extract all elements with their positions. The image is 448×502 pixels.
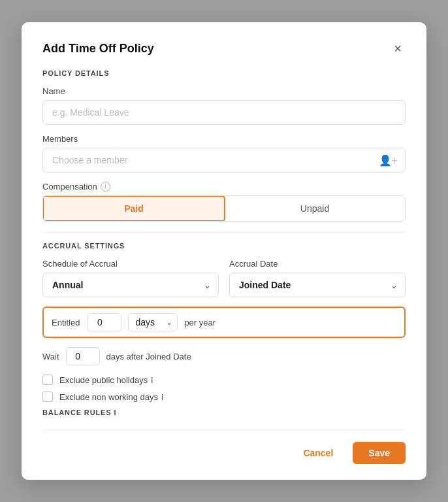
wait-row: Wait days after Joined Date [42,347,406,365]
modal-title: Add Time Off Policy [42,42,154,56]
accrual-date-label: Accrual Date [229,259,406,269]
accrual-date-select-wrap: Joined Date January 1st ⌄ [229,273,406,297]
entitled-number-input[interactable] [88,313,121,331]
balance-rules-info-icon[interactable]: i [114,409,117,416]
accrual-section-label: ACCRUAL SETTINGS [42,242,406,250]
exclude-non-working-label: Exclude non working days i [59,392,163,402]
schedule-col: Schedule of Accrual Annual Monthly Weekl… [42,259,219,297]
days-select[interactable]: days hours [128,313,178,331]
modal-header: Add Time Off Policy × [42,41,406,56]
exclude-non-working-checkbox[interactable] [42,392,53,402]
compensation-info-icon[interactable]: i [101,182,110,192]
unpaid-button[interactable]: Unpaid [225,196,405,221]
exclude-public-holidays-info-icon[interactable]: i [151,375,153,385]
exclude-public-holidays-checkbox[interactable] [42,375,53,385]
add-member-icon: 👤+ [379,154,398,167]
per-year-label: per year [184,318,216,327]
compensation-toggle: Paid Unpaid [42,195,406,222]
compensation-label: Compensation i [42,182,406,192]
name-input[interactable] [42,100,406,125]
name-label: Name [42,86,406,96]
close-button[interactable]: × [390,41,406,56]
modal-footer: Cancel Save [42,429,406,464]
schedule-label: Schedule of Accrual [42,259,219,269]
schedule-select[interactable]: Annual Monthly Weekly [42,273,219,297]
accrual-date-col: Accrual Date Joined Date January 1st ⌄ [229,259,406,297]
accrual-date-select[interactable]: Joined Date January 1st [229,273,406,297]
schedule-select-wrap: Annual Monthly Weekly ⌄ [42,273,219,297]
entitled-label: Entitled [52,318,80,327]
exclude-non-working-info-icon[interactable]: i [161,392,163,402]
wait-input[interactable] [66,347,100,365]
members-label: Members [42,134,406,144]
members-input[interactable] [42,148,406,173]
wait-label: Wait [42,352,59,361]
modal-overlay: Add Time Off Policy × POLICY DETAILS Nam… [0,0,448,502]
days-select-wrap: days hours ⌄ [128,313,178,331]
accrual-row: Schedule of Accrual Annual Monthly Weekl… [42,259,406,297]
members-input-wrap: 👤+ [42,148,406,173]
exclude-public-holidays-row: Exclude public holidays i [42,375,406,385]
save-button[interactable]: Save [353,442,406,464]
cancel-button[interactable]: Cancel [291,442,345,464]
modal: Add Time Off Policy × POLICY DETAILS Nam… [22,22,426,480]
entitled-row: Entitled days hours ⌄ per year [42,307,406,338]
wait-after-label: days after Joined Date [106,352,191,361]
balance-section: BALANCE RULES i [42,409,406,416]
balance-rules-label: BALANCE RULES i [42,409,406,416]
section-divider [42,232,406,233]
policy-details-section-label: POLICY DETAILS [42,69,406,77]
exclude-public-holidays-label: Exclude public holidays i [59,375,153,385]
exclude-non-working-row: Exclude non working days i [42,392,406,402]
paid-button[interactable]: Paid [42,195,225,222]
